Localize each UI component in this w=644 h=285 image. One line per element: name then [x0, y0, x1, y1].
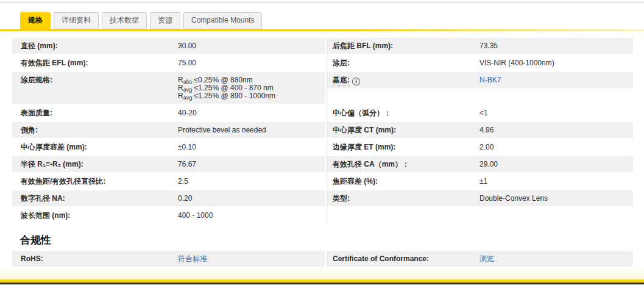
- spec-label: 波长范围 (nm):: [21, 212, 178, 220]
- spec-cell-right: 基底:iN-BK7: [327, 72, 633, 88]
- spec-cell-left: 数字孔径 NA:0.20: [12, 190, 325, 206]
- tab-underline: [0, 29, 644, 31]
- spec-value-link[interactable]: N-BK7: [479, 76, 501, 85]
- spec-label: 倒角:: [21, 126, 178, 134]
- spec-table: 直径 (mm):30.00后焦距 BFL (mm):73.35有效焦距 EFL …: [12, 38, 633, 223]
- table-row: 有效焦距 EFL (mm):75.00涂层:VIS-NIR (400-1000n…: [12, 55, 633, 71]
- spec-cell-left: 表面质量:40-20: [12, 105, 325, 121]
- spec-label: 边缘厚度 ET (mm):: [333, 143, 479, 151]
- spec-label-text: 直径 (mm):: [21, 41, 58, 50]
- spec-value: 73.35: [479, 42, 498, 50]
- spec-cell-left: 涂层规格:Rabs ≤0.25% @ 880nmRavg ≤1.25% @ 40…: [12, 72, 325, 104]
- spec-value-link[interactable]: 浏览: [479, 255, 494, 263]
- spec-label-text: 数字孔径 NA:: [21, 194, 65, 203]
- spec-label: 数字孔径 NA:: [21, 195, 178, 203]
- compliance-heading: 合规性: [20, 233, 633, 247]
- spec-cell-left: 半径 R₁=-R₂ (mm):76.67: [12, 156, 325, 172]
- spec-cell-right: 焦距容差 (%):±1: [327, 173, 633, 189]
- compliance-table: RoHS:符合标准Certificate of Conformance:浏览: [12, 251, 633, 267]
- spec-label-text: 涂层规格:: [21, 76, 52, 84]
- spec-label-text: 半径 R₁=-R₂ (mm):: [21, 160, 83, 168]
- tab-compatible-mounts[interactable]: Compatible Mounts: [183, 12, 262, 29]
- spec-cell-right: 边缘厚度 ET (mm):2.00: [327, 139, 633, 155]
- spec-cell-left: 有效焦距 EFL (mm):75.00: [12, 55, 325, 71]
- content-area: 直径 (mm):30.00后焦距 BFL (mm):73.35有效焦距 EFL …: [12, 38, 633, 267]
- spec-cell-left: 中心厚度容差 (mm):±0.10: [12, 139, 325, 155]
- spec-cell-left: 有效焦距/有效孔径直径比:2.5: [12, 173, 325, 189]
- spec-value: ±0.10: [178, 143, 196, 151]
- spec-label-text: 倒角:: [21, 126, 38, 134]
- spec-label: 中心厚度 CT (mm):: [333, 126, 479, 134]
- spec-label-text: 波长范围 (nm):: [21, 211, 70, 220]
- table-row: 有效焦距/有效孔径直径比:2.5焦距容差 (%):±1: [12, 173, 633, 189]
- spec-label-text: 焦距容差 (%):: [333, 177, 378, 186]
- spec-label: 中心偏（弧分）：: [333, 109, 479, 117]
- spec-label: 涂层规格:: [21, 76, 178, 100]
- spec-value: 2.00: [479, 143, 494, 151]
- spec-cell-right: 有效孔径 CA（mm）：29.00: [327, 156, 633, 172]
- tab-details[interactable]: 详细资料: [54, 12, 99, 29]
- tab-resources[interactable]: 资源: [150, 12, 180, 29]
- spec-label-text: Certificate of Conformance:: [333, 254, 429, 263]
- spec-cell-left: 波长范围 (nm):400 - 1000: [12, 207, 325, 223]
- spec-cell-left: RoHS:符合标准: [12, 251, 325, 267]
- tab-tech-data[interactable]: 技术数据: [102, 12, 147, 29]
- footer-bar: [0, 267, 644, 285]
- spec-label-text: RoHS:: [21, 254, 43, 263]
- spec-value: VIS-NIR (400-1000nm): [479, 59, 554, 67]
- table-row: 涂层规格:Rabs ≤0.25% @ 880nmRavg ≤1.25% @ 40…: [12, 72, 633, 104]
- spec-label: 有效孔径 CA（mm）：: [333, 161, 479, 168]
- spec-value: 40-20: [178, 109, 197, 117]
- spec-label: 直径 (mm):: [21, 42, 178, 50]
- spec-value: 29.00: [479, 161, 498, 168]
- spec-cell-right: [327, 207, 633, 215]
- spec-label: 有效焦距 EFL (mm):: [21, 59, 178, 67]
- spec-label: 中心厚度容差 (mm):: [21, 143, 178, 151]
- spec-cell-right: 中心偏（弧分）：<1: [327, 105, 633, 121]
- spec-value: 0.20: [178, 195, 192, 203]
- spec-value: Rabs ≤0.25% @ 880nmRavg ≤1.25% @ 400 - 8…: [178, 76, 275, 100]
- tab-list: 规格详细资料技术数据资源Compatible Mounts: [0, 3, 644, 29]
- spec-label-text: 有效焦距 EFL (mm):: [21, 59, 88, 67]
- spec-value: ±1: [479, 178, 487, 186]
- spec-cell-right: 涂层:VIS-NIR (400-1000nm): [327, 55, 633, 71]
- spec-label-text: 有效焦距/有效孔径直径比:: [21, 177, 105, 186]
- spec-value: <1: [479, 109, 488, 117]
- spec-cell-right: 类型:Double-Convex Lens: [327, 190, 633, 206]
- spec-value: 75.00: [178, 59, 196, 67]
- table-row: 中心厚度容差 (mm):±0.10边缘厚度 ET (mm):2.00: [12, 139, 633, 155]
- spec-label-text: 中心厚度 CT (mm):: [333, 126, 396, 134]
- table-row: 倒角:Protective bevel as needed中心厚度 CT (mm…: [12, 122, 633, 138]
- spec-value: Double-Convex Lens: [479, 195, 548, 203]
- spec-label: 涂层:: [333, 59, 479, 67]
- spec-label-text: 基底:: [333, 76, 350, 85]
- spec-label: 后焦距 BFL (mm):: [333, 42, 479, 50]
- spec-label: 类型:: [333, 195, 479, 203]
- spec-value-link[interactable]: 符合标准: [178, 255, 207, 263]
- spec-value: 4.96: [479, 126, 494, 134]
- table-row: RoHS:符合标准Certificate of Conformance:浏览: [12, 251, 633, 267]
- spec-label: 有效焦距/有效孔径直径比:: [21, 178, 178, 186]
- spec-label: 焦距容差 (%):: [333, 178, 479, 186]
- info-icon[interactable]: i: [352, 78, 360, 85]
- table-row: 表面质量:40-20中心偏（弧分）：<1: [12, 105, 633, 121]
- tab-bar: 规格详细资料技术数据资源Compatible Mounts: [0, 3, 644, 31]
- spec-cell-right: 中心厚度 CT (mm):4.96: [327, 122, 633, 138]
- spec-value: 76.67: [178, 161, 196, 168]
- spec-value: Protective bevel as needed: [178, 126, 266, 134]
- spec-cell-right: 后焦距 BFL (mm):73.35: [327, 38, 633, 54]
- spec-label-text: 后焦距 BFL (mm):: [333, 41, 393, 50]
- spec-label-text: 涂层:: [333, 59, 350, 67]
- spec-label-text: 表面质量:: [21, 109, 52, 117]
- spec-value: 400 - 1000: [178, 212, 213, 220]
- spec-cell-right: Certificate of Conformance:浏览: [327, 251, 633, 267]
- spec-label: RoHS:: [21, 255, 178, 263]
- spec-cell-left: 倒角:Protective bevel as needed: [12, 122, 325, 138]
- spec-label-text: 中心偏（弧分）：: [333, 109, 391, 117]
- table-row: 直径 (mm):30.00后焦距 BFL (mm):73.35: [12, 38, 633, 54]
- tab-specs[interactable]: 规格: [20, 12, 51, 29]
- spec-label: 基底:i: [333, 76, 479, 85]
- table-row: 半径 R₁=-R₂ (mm):76.67有效孔径 CA（mm）：29.00: [12, 156, 633, 172]
- spec-label-text: 有效孔径 CA（mm）：: [333, 160, 409, 168]
- spec-value: 2.5: [178, 178, 188, 186]
